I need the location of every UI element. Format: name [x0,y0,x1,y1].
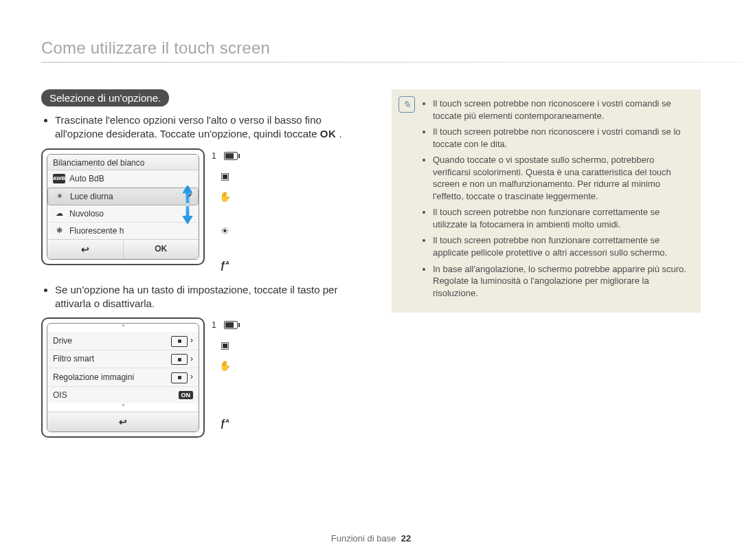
note-icon: ✎ [398,96,415,113]
left-column: Selezione di un'opzione. Trascinate l'el… [41,89,371,450]
instruction-2: Se un'opzione ha un tasto di impostazion… [55,283,371,311]
lcd1: Bilanciamento del bianco AWB Auto BdB ☀ … [41,148,205,265]
note-item: Il touch screen potrebbe non funzionare … [433,206,691,230]
lcd1-title-bar: Bilanciamento del bianco [47,155,199,170]
lcd1-title: Bilanciamento del bianco [53,158,144,168]
note-item: In base all'angolazione, lo schermo potr… [433,263,691,300]
note-box: ✎ Il touch screen potrebbe non riconosce… [392,89,701,313]
chevron-right-icon: › [171,353,193,366]
item-label: Fluorescente h [69,226,124,236]
hand-icon: ✋ [219,191,231,202]
list-item[interactable]: Regolazione immagini › [47,368,199,387]
item-label: Drive [53,336,72,346]
page: Come utilizzare il touch screen Selezion… [0,0,742,560]
list-item[interactable]: ☁ Nuvoloso [47,205,199,223]
note-item: Il touch screen potrebbe non funzionare … [433,234,691,258]
count-label: 1 [212,320,216,330]
frame-icon: ▣ [221,170,229,181]
list-item[interactable]: Drive › [47,332,199,350]
brightness-icon: ☀ [221,225,229,236]
item-label: Filtro smart [53,354,94,363]
lcd2: ˄ Drive › Filtro smart › Regol [41,317,205,438]
on-badge[interactable]: ON [179,391,194,399]
ok-button[interactable]: OK [124,240,199,259]
list-item[interactable]: ☀ Luce diurna ✔ [47,188,199,205]
instructions-list-2: Se un'opzione ha un tasto di impostazion… [41,283,371,311]
list-item[interactable]: ❋ Fluorescente h [47,223,199,239]
page-title-text: Come utilizzare il touch screen [41,38,270,57]
item-label: Regolazione immagini [53,372,134,382]
instruction-1a: Trascinate l'elenco opzioni verso l'alto… [55,114,322,139]
back-button[interactable]: ↩ [47,412,199,432]
awb-icon: AWB [53,174,65,183]
check-icon: ✔ [186,192,192,201]
item-label: Auto BdB [69,174,104,183]
item-label: OIS [53,390,67,400]
lcd2-side-icons: 1 ▣ ✋ ƒA [214,317,235,429]
note-list: Il touch screen potrebbe non riconoscere… [422,98,691,299]
footer-page: 22 [401,533,411,544]
title-rule [41,62,742,63]
ok-inline-icon: OK [320,128,337,139]
instructions-list: Trascinate l'elenco opzioni verso l'alto… [41,113,371,142]
item-label: Luce diurna [70,192,113,201]
page-footer: Funzioni di base 22 [0,533,742,544]
instruction-1: Trascinate l'elenco opzioni verso l'alto… [55,113,371,142]
chevron-right-icon: › [171,371,193,383]
list-item[interactable]: Filtro smart › [47,350,199,369]
chevron-right-icon: › [171,335,193,347]
list-item[interactable]: AWB Auto BdB [47,170,199,188]
columns: Selezione di un'opzione. Trascinate l'el… [41,89,701,450]
battery-icon [224,152,238,160]
item-label: Nuvoloso [69,209,104,219]
lcd1-side-icons: 1 ▣ ✋ ☀ ƒA [214,148,235,271]
hand-icon: ✋ [219,360,231,371]
flash-auto-icon: ƒA [220,260,229,271]
battery-icon [224,321,238,329]
scroll-down-icon[interactable]: ˅ [47,403,199,412]
note-item: Quando toccate o vi spostate sullo scher… [433,154,691,202]
flash-auto-icon: ƒA [220,418,229,429]
count-label: 1 [212,151,216,161]
note-item: Il touch screen potrebbe non riconoscere… [433,98,691,122]
note-item: Il touch screen potrebbe non riconoscere… [433,126,691,150]
footer-label: Funzioni di base [331,533,396,544]
list-item[interactable]: OIS ON [47,387,199,403]
frame-icon: ▣ [221,339,229,350]
instruction-1b: . [339,128,341,139]
sun-icon: ☀ [54,192,66,201]
right-column: ✎ Il touch screen potrebbe non riconosce… [392,89,701,450]
lcd1-wrap: Bilanciamento del bianco AWB Auto BdB ☀ … [41,148,371,271]
back-button[interactable]: ↩ [47,240,124,259]
section-heading: Selezione di un'opzione. [41,89,169,107]
scroll-up-icon[interactable]: ˄ [47,324,199,332]
page-title: Come utilizzare il touch screen [41,38,270,58]
fluorescent-icon: ❋ [53,226,65,236]
lcd2-wrap: ˄ Drive › Filtro smart › Regol [41,317,371,438]
cloud-icon: ☁ [53,209,65,219]
